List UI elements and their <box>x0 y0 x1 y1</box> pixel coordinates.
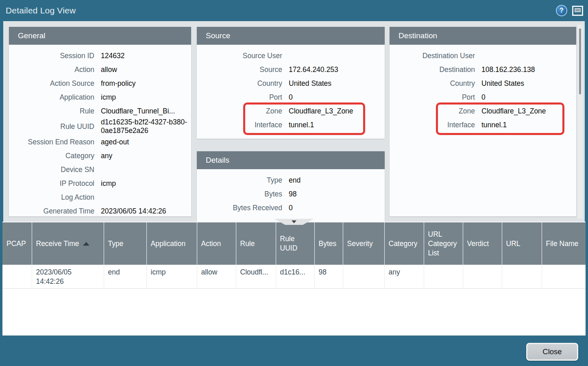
general-panel: General Session ID124632ActionallowActio… <box>9 27 191 216</box>
cell-bytes: 98 <box>314 265 343 289</box>
details-label-bytes-received: Bytes Received <box>197 204 282 212</box>
source-field-source-user: Source User <box>197 49 385 63</box>
general-label-device-sn: Device SN <box>9 166 94 174</box>
source-field-zone: ZoneCloudflare_L3_Zone <box>197 104 385 118</box>
general-field-log-action: Log Action <box>9 190 191 204</box>
panels-scrollbar-thumb[interactable] <box>579 28 581 94</box>
destination-value-port: 0 <box>481 93 576 102</box>
general-field-session-id: Session ID124632 <box>9 49 191 63</box>
column-header-severity[interactable]: Severity <box>343 222 384 265</box>
general-value-ip-protocol: icmp <box>101 179 191 188</box>
general-field-action: Actionallow <box>9 63 191 76</box>
column-header-url-category-list[interactable]: URL Category List <box>424 222 463 265</box>
maximize-window-icon[interactable] <box>572 6 583 16</box>
general-value-generated-time: 2023/06/05 14:42:26 <box>101 207 191 216</box>
source-panel-header: Source <box>197 27 385 45</box>
general-panel-header: General <box>9 27 191 45</box>
source-field-country: CountryUnited States <box>197 76 385 90</box>
column-header-verdict[interactable]: Verdict <box>463 222 502 265</box>
source-label-interface: Interface <box>197 121 282 129</box>
details-panel: Details TypeendBytes98Bytes Received0 <box>197 151 385 222</box>
general-label-application: Application <box>9 93 94 102</box>
general-value-rule: Cloudflare_Tunnel_Bi... <box>101 107 191 115</box>
general-field-generated-time: Generated Time2023/06/05 14:42:26 <box>9 204 191 216</box>
general-field-rule-uuid: Rule UUIDd1c16235-b2f2-4327-b380-0ae1875… <box>9 118 191 135</box>
destination-field-destination-user: Destination User <box>390 49 576 63</box>
destination-field-zone: ZoneCloudflare_L3_Zone <box>390 104 576 118</box>
source-value-interface: tunnel.1 <box>289 121 385 129</box>
titlebar-icons: ? <box>556 5 583 16</box>
general-label-category: Category <box>9 152 94 160</box>
destination-panel-header: Destination <box>390 27 576 45</box>
column-header-label-category: Category <box>389 239 418 248</box>
general-field-category: Categoryany <box>9 149 191 163</box>
column-header-label-receive-time: Receive Time <box>36 239 79 248</box>
general-label-generated-time: Generated Time <box>9 207 94 216</box>
details-panel-body: TypeendBytes98Bytes Received0 <box>197 169 385 215</box>
dialog-titlebar: Detailed Log View ? <box>0 0 588 21</box>
details-value-bytes: 98 <box>289 190 385 198</box>
source-panel: Source Source UserSource172.64.240.253Co… <box>197 27 385 139</box>
panels-scrollbar[interactable] <box>577 24 583 219</box>
column-header-rule-uuid[interactable]: Rule UUID <box>276 222 314 265</box>
source-field-interface: Interfacetunnel.1 <box>197 118 385 132</box>
column-header-label-bytes: Bytes <box>319 239 337 248</box>
column-header-label-severity: Severity <box>347 239 373 248</box>
destination-panel: Destination Destination UserDestination1… <box>390 27 576 216</box>
source-label-port: Port <box>197 93 282 102</box>
destination-label-zone: Zone <box>390 107 475 115</box>
destination-field-country: CountryUnited States <box>390 76 576 90</box>
cell-rule-uuid: d1c16... <box>276 265 314 289</box>
cell-receive-time: 2023/06/05 14:42:26 <box>32 265 104 289</box>
general-field-ip-protocol: IP Protocolicmp <box>9 176 191 190</box>
source-label-zone: Zone <box>197 107 282 115</box>
column-header-pcap[interactable]: PCAP <box>2 222 32 265</box>
cell-category: any <box>384 265 424 289</box>
log-table-area: PCAPReceive TimeTypeApplicationActionRul… <box>2 222 586 336</box>
log-table-header-row: PCAPReceive TimeTypeApplicationActionRul… <box>2 222 586 265</box>
general-field-action-source: Action Sourcefrom-policy <box>9 76 191 90</box>
column-header-receive-time[interactable]: Receive Time <box>32 222 104 265</box>
source-label-country: Country <box>197 79 282 88</box>
general-value-session-id: 124632 <box>101 52 191 60</box>
column-header-application[interactable]: Application <box>146 222 197 265</box>
column-header-category[interactable]: Category <box>384 222 424 265</box>
cell-severity <box>343 265 384 289</box>
column-header-rule[interactable]: Rule <box>236 222 276 265</box>
cell-application: icmp <box>146 265 197 289</box>
column-header-label-url: URL <box>506 239 520 248</box>
details-value-type: end <box>289 176 385 185</box>
destination-field-interface: Interfacetunnel.1 <box>390 118 576 132</box>
general-label-rule-uuid: Rule UUID <box>9 122 94 131</box>
general-label-log-action: Log Action <box>9 193 94 202</box>
column-header-action[interactable]: Action <box>197 222 236 265</box>
details-label-type: Type <box>197 176 282 185</box>
log-detail-panels-area: General Session ID124632ActionallowActio… <box>3 21 585 222</box>
cell-url-category-list <box>424 265 463 289</box>
details-field-bytes-received: Bytes Received0 <box>197 201 385 215</box>
cell-rule: Cloudfl... <box>236 265 276 289</box>
destination-label-interface: Interface <box>390 121 475 129</box>
cell-action: allow <box>197 265 236 289</box>
column-header-label-verdict: Verdict <box>467 239 489 248</box>
destination-label-destination: Destination <box>390 65 475 74</box>
general-value-application: icmp <box>101 93 191 102</box>
cell-url <box>502 265 542 289</box>
source-field-source: Source172.64.240.253 <box>197 63 385 76</box>
general-label-session-id: Session ID <box>9 52 94 60</box>
source-panel-body: Source UserSource172.64.240.253CountryUn… <box>197 45 385 132</box>
close-button[interactable]: Close <box>526 343 578 361</box>
log-table: PCAPReceive TimeTypeApplicationActionRul… <box>2 222 586 289</box>
details-panel-header: Details <box>197 151 385 169</box>
column-header-bytes[interactable]: Bytes <box>314 222 343 265</box>
help-icon[interactable]: ? <box>556 5 567 16</box>
column-header-type[interactable]: Type <box>104 222 146 265</box>
destination-value-destination: 108.162.236.138 <box>481 65 576 74</box>
general-field-session-end-reason: Session End Reasonaged-out <box>9 135 191 149</box>
column-header-url[interactable]: URL <box>502 222 542 265</box>
details-field-type: Typeend <box>197 173 385 187</box>
log-table-row[interactable]: 2023/06/05 14:42:26endicmpallowCloudfl..… <box>2 265 586 289</box>
general-value-category: any <box>101 152 191 160</box>
column-header-file-name[interactable]: File Name <box>542 222 586 265</box>
general-label-action-source: Action Source <box>9 79 94 88</box>
